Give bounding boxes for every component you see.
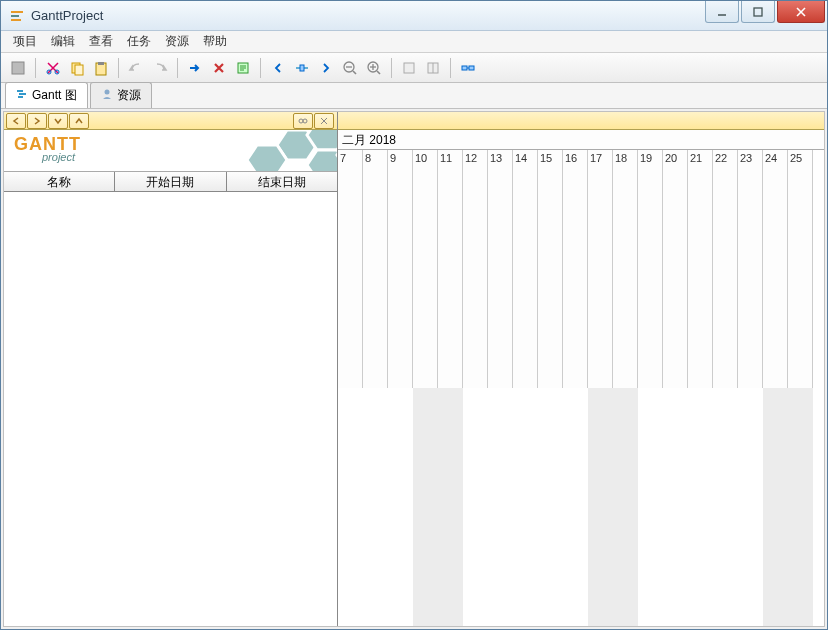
svg-rect-30 — [19, 93, 26, 95]
goto-button[interactable] — [184, 57, 206, 79]
nav-left-button[interactable] — [6, 113, 26, 129]
tab-resources[interactable]: 资源 — [90, 82, 152, 108]
svg-rect-1 — [11, 15, 19, 17]
day-header-cell: 14 — [513, 150, 538, 388]
day-column — [763, 388, 788, 626]
delete-button[interactable] — [208, 57, 230, 79]
day-header-cell: 9 — [388, 150, 413, 388]
nav-up-button[interactable] — [69, 113, 89, 129]
svg-rect-23 — [404, 63, 414, 73]
day-column — [463, 388, 488, 626]
undo-button[interactable] — [125, 57, 147, 79]
svg-line-22 — [377, 71, 380, 74]
gantt-tab-icon — [16, 88, 28, 103]
menu-project[interactable]: 项目 — [7, 31, 43, 52]
tab-gantt[interactable]: Gantt 图 — [5, 82, 88, 108]
separator — [391, 58, 392, 78]
svg-point-33 — [299, 119, 303, 123]
toolbar — [1, 53, 827, 83]
save-button[interactable] — [7, 57, 29, 79]
prev-button[interactable] — [267, 57, 289, 79]
separator — [450, 58, 451, 78]
day-header-cell: 17 — [588, 150, 613, 388]
cut-button[interactable] — [42, 57, 64, 79]
separator — [118, 58, 119, 78]
svg-rect-27 — [469, 66, 474, 70]
indent-button[interactable] — [398, 57, 420, 79]
svg-rect-13 — [98, 62, 104, 65]
tab-resources-label: 资源 — [117, 87, 141, 104]
svg-rect-26 — [462, 66, 467, 70]
col-name[interactable]: 名称 — [4, 172, 115, 191]
svg-rect-11 — [75, 65, 83, 75]
gantt-chart-area[interactable] — [338, 388, 824, 626]
nav-link-button[interactable] — [293, 113, 313, 129]
properties-button[interactable] — [232, 57, 254, 79]
svg-point-34 — [303, 119, 307, 123]
day-column — [363, 388, 388, 626]
day-column — [413, 388, 438, 626]
paste-button[interactable] — [90, 57, 112, 79]
svg-rect-0 — [11, 11, 23, 13]
separator — [260, 58, 261, 78]
view-tabs: Gantt 图 资源 — [1, 83, 827, 109]
nav-unlink-button[interactable] — [314, 113, 334, 129]
hex-background — [137, 130, 337, 172]
day-column — [388, 388, 413, 626]
next-button[interactable] — [315, 57, 337, 79]
menu-edit[interactable]: 编辑 — [45, 31, 81, 52]
menu-help[interactable]: 帮助 — [197, 31, 233, 52]
zoom-out-button[interactable] — [339, 57, 361, 79]
day-header-cell: 22 — [713, 150, 738, 388]
svg-rect-7 — [12, 62, 24, 74]
day-column — [488, 388, 513, 626]
day-header-cell: 19 — [638, 150, 663, 388]
minimize-button[interactable] — [705, 1, 739, 23]
day-header-cell: 11 — [438, 150, 463, 388]
content-area: GANTT project 名称 开始日期 结束日期 二月 2018 78910… — [3, 111, 825, 627]
day-column — [563, 388, 588, 626]
nav-right-button[interactable] — [27, 113, 47, 129]
svg-rect-15 — [300, 65, 304, 71]
day-header-cell: 8 — [363, 150, 388, 388]
svg-line-18 — [353, 71, 356, 74]
svg-marker-38 — [247, 145, 287, 172]
menu-resource[interactable]: 资源 — [159, 31, 195, 52]
link-button[interactable] — [457, 57, 479, 79]
outdent-button[interactable] — [422, 57, 444, 79]
nav-down-button[interactable] — [48, 113, 68, 129]
menu-view[interactable]: 查看 — [83, 31, 119, 52]
day-header-cell: 23 — [738, 150, 763, 388]
redo-button[interactable] — [149, 57, 171, 79]
close-button[interactable] — [777, 1, 825, 23]
copy-button[interactable] — [66, 57, 88, 79]
day-column — [738, 388, 763, 626]
svg-rect-2 — [11, 19, 21, 21]
day-column — [788, 388, 813, 626]
day-column — [538, 388, 563, 626]
day-header-cell: 20 — [663, 150, 688, 388]
day-column — [438, 388, 463, 626]
day-column — [688, 388, 713, 626]
col-end[interactable]: 结束日期 — [227, 172, 337, 191]
zoom-in-button[interactable] — [363, 57, 385, 79]
day-header-cell: 18 — [613, 150, 638, 388]
timeline-days: 78910111213141516171819202122232425 — [338, 150, 824, 388]
task-list-pane: GANTT project 名称 开始日期 结束日期 — [4, 112, 338, 626]
task-list-area[interactable] — [4, 192, 337, 626]
maximize-button[interactable] — [741, 1, 775, 23]
app-icon — [9, 8, 25, 24]
timeline-month: 二月 2018 — [338, 130, 824, 150]
today-button[interactable] — [291, 57, 313, 79]
svg-point-32 — [104, 90, 109, 95]
day-column — [613, 388, 638, 626]
titlebar: GanttProject — [1, 1, 827, 31]
day-header-cell: 15 — [538, 150, 563, 388]
col-start[interactable]: 开始日期 — [115, 172, 226, 191]
window-title: GanttProject — [31, 8, 705, 23]
tab-gantt-label: Gantt 图 — [32, 87, 77, 104]
menu-task[interactable]: 任务 — [121, 31, 157, 52]
day-header-cell: 10 — [413, 150, 438, 388]
column-headers: 名称 开始日期 结束日期 — [4, 172, 337, 192]
day-header-cell: 13 — [488, 150, 513, 388]
